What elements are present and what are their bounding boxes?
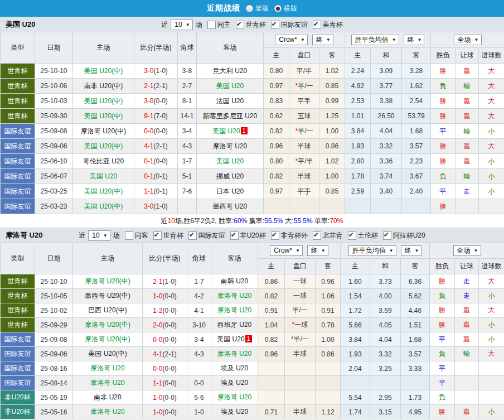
cup-checkbox[interactable] [188,231,197,240]
mean-draw-cell: 4.00 [370,289,401,303]
cup-checkbox[interactable] [271,21,279,29]
section-header: 摩洛哥 U20 近10▼场同客世青杯国际友谊非U20杯非青杯外北非青土伦杯阿拉杯… [0,228,504,243]
away-team-name: 挪威 U20 [216,172,244,180]
result-goals-cell: 大 [479,347,504,361]
cup-checkbox[interactable] [383,231,391,240]
mean-draw-cell: 4.05 [370,318,401,332]
vertical-layout-label[interactable]: 竖版 [255,4,269,13]
away-team-cell: 新喀里多尼亚 U20 [197,109,264,124]
halftime-score: (0-1) [154,187,168,195]
odds-handicap-cell: 半球 [289,169,319,184]
horizontal-layout-label[interactable]: 横版 [284,4,297,13]
cup-label: 北非青 [323,231,343,240]
corner-cell: 4-1 [187,303,211,318]
scope-select[interactable]: 全场▼ [453,245,481,256]
rank-badge: 1 [241,127,248,134]
match-count-select[interactable]: 10▼ [88,230,110,241]
summary-segment: 60% [234,217,247,225]
home-team-cell: 墨西哥 U20(中) [73,289,143,303]
cup-checkbox[interactable] [236,21,244,29]
cup-checkbox[interactable] [271,231,279,240]
sub-header-odds-handicap: 盘口 [289,48,319,64]
odds-stage-select[interactable]: 终▼ [312,35,333,45]
table-body: 世青杯25-10-10美国 U20(中)3-0(1-0)3-8意大利 U200.… [1,64,504,214]
corner-cell: 2-7 [178,79,197,94]
away-team-cell: 埃及 U20 [211,376,258,390]
match-count-select[interactable]: 10▼ [171,20,192,30]
cup-checkbox[interactable] [230,231,239,240]
vertical-layout-radio[interactable] [246,5,253,12]
mean-home-cell: 1.01 [345,109,371,124]
match-type-cell: 世青杯 [1,109,35,124]
odds-company-select[interactable]: Crow*▼ [270,245,303,256]
mean-stage-select[interactable]: 终▼ [404,35,425,45]
cup-label: 世青杯 [163,231,183,240]
odds-home-cell: 0.82 [258,289,285,303]
filter-bar: 近10▼场同客世青杯国际友谊非U20杯非青杯外北非青土伦杯阿拉杯U20 [78,230,425,241]
chevron-down-icon: ▼ [186,22,190,27]
away-team-cell: 法国 U20 [197,94,264,109]
odds-away-cell [316,390,341,405]
result-goals-cell: 小 [479,405,504,419]
match-row: 国际友谊25-08-16摩洛哥 U200-0(0-0)埃及 U202.043.2… [1,361,504,376]
result-handicap-cell: 贏 [455,109,479,124]
col-header-type: 类型 [1,243,35,274]
mean-home-cell: 5.54 [341,390,370,405]
mean-odds-select[interactable]: 胜平负均值▼ [351,35,399,45]
odds-stage-select[interactable]: 终▼ [307,245,328,256]
halftime-score: (0-1) [154,172,168,180]
odds-company-select[interactable]: Crow*▼ [275,35,308,45]
same-venue-checkbox[interactable] [125,231,133,240]
games-label: 场 [113,231,120,240]
result-wdl-cell: 勝 [430,274,455,289]
home-team-name: 摩洛哥 U20(中) [81,127,126,135]
fulltime-score: 1-2 [153,307,162,315]
corner-cell [187,361,211,376]
match-date-cell: 25-03-23 [35,199,73,214]
cup-checkbox[interactable] [313,21,321,29]
cup-checkbox[interactable] [348,231,356,240]
odds-handicap-cell: *平/半 [289,154,319,169]
result-wdl-cell: 負 [431,79,455,94]
cup-label: 非U20杯 [240,231,266,240]
odds-home-cell: 0.62 [264,109,289,124]
horizontal-layout-radio[interactable] [274,5,282,12]
match-type-cell: 非U20杯 [1,405,35,419]
mean-draw-cell: 2.95 [370,390,401,405]
fulltime-score: 0-0 [153,365,162,373]
mean-away-cell: 1.73 [401,390,430,405]
mean-stage-select[interactable]: 终▼ [401,245,422,256]
scope-select-group: 全场▼ [431,32,504,48]
corner-cell: 4-3 [187,347,211,361]
match-row: 世青杯25-09-30美国 U20(中)9-1(7-0)14-1新喀里多尼亚 U… [1,109,504,124]
scope-select-group: 全场▼ [430,243,504,259]
mean-home-cell: 3.84 [341,332,370,347]
match-row: 世青杯25-10-10摩洛哥 U20(中)2-1(1-0)1-7南韩 U200.… [1,274,504,289]
result-handicap-cell: 贏 [455,303,479,318]
sub-header-result-wdl: 胜负 [431,48,455,64]
mean-odds-select[interactable]: 胜平负均值▼ [348,245,396,256]
away-team-cell: 摩洛哥 U20 [211,347,258,361]
matches-table: 类型日期主场比分(半场)角球客场Crow*▼终▼胜平负均值▼终▼全场▼主盘口客主… [0,243,504,419]
result-goals-cell: 大 [479,139,504,154]
scope-select[interactable]: 全场▼ [454,35,482,45]
cup-checkbox[interactable] [313,231,321,240]
odds-handicap-cell: *半/一 [289,79,319,94]
cup-checkbox[interactable] [153,231,162,240]
odds-handicap-cell: *一球 [285,318,316,332]
corner-cell: 5-1 [178,169,197,184]
fulltime-score: 4-1 [153,350,162,358]
mean-draw-cell: 3.15 [370,405,401,419]
handicap-star: * [295,127,298,135]
match-date-cell: 25-10-06 [35,79,73,94]
handicap-star: * [292,321,295,329]
same-venue-checkbox[interactable] [207,21,216,29]
mean-home-cell: 5.66 [341,318,370,332]
sub-header-result-handicap: 让球 [455,48,479,64]
result-goals-cell: 小 [479,318,504,332]
fulltime-score: 3-0 [144,97,153,105]
handicap-star: * [291,335,294,343]
result-handicap-cell: 輸 [455,347,479,361]
home-team-cell: 摩洛哥 U20(中) [73,318,143,332]
col-header-date: 日期 [35,32,73,64]
